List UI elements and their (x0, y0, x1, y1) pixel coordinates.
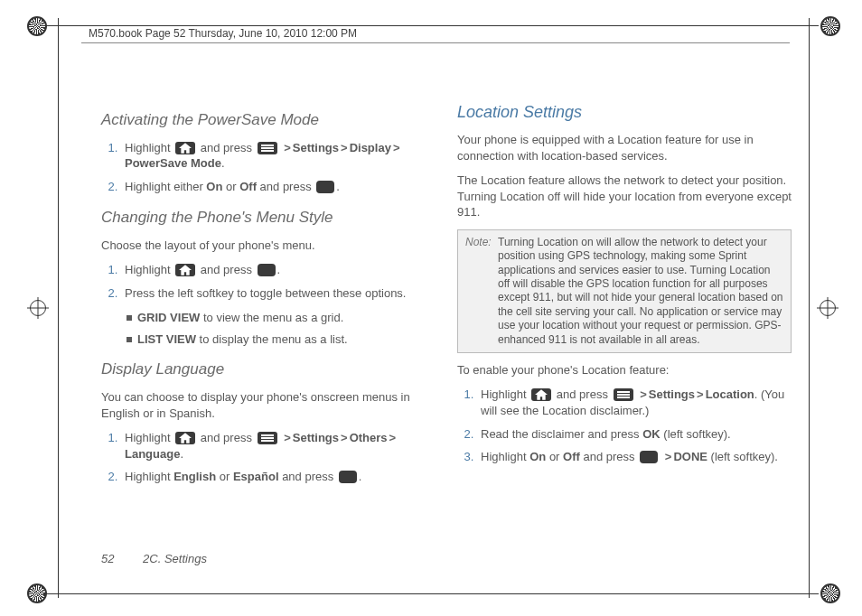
sub-bullet: GRID VIEW to view the menu as a grid. (126, 310, 436, 326)
heading-display-language: Display Language (101, 359, 436, 380)
list-powersave: Highlight and press >Settings>Display> P… (101, 140, 436, 195)
crop-mark (43, 593, 819, 594)
page-number: 52 (101, 552, 114, 565)
square-bullet-icon (126, 337, 132, 342)
body-text: You can choose to display your phone's o… (101, 389, 436, 421)
list-item: Highlight English or Español and press . (121, 469, 436, 485)
list-item: Press the left softkey to toggle between… (121, 285, 436, 302)
list-item: Highlight and press >Settings>Display> P… (121, 140, 436, 172)
registration-mark-icon (820, 16, 840, 36)
note-box: Note: Turning Location on will allow the… (457, 229, 792, 353)
page-footer: 52 2C. Settings (101, 552, 207, 565)
heading-menu-style: Changing the Phone's Menu Style (101, 208, 436, 229)
ok-key-icon (258, 264, 276, 276)
square-bullet-icon (126, 315, 132, 321)
ok-key-icon (339, 471, 357, 483)
list-location: Highlight and press >Settings>Location. … (457, 387, 792, 464)
menu-key-icon (258, 432, 277, 444)
body-text: The Location feature allows the network … (457, 173, 792, 220)
menu-key-icon (258, 142, 277, 154)
list-item: Read the disclaimer and press OK (left s… (477, 426, 792, 443)
heading-location-settings: Location Settings (457, 101, 792, 123)
ok-key-icon (640, 451, 658, 463)
home-icon (175, 142, 195, 154)
crosshair-icon (27, 297, 49, 319)
home-icon (531, 388, 551, 401)
list-menu-style: Highlight and press . Press the left sof… (101, 262, 436, 301)
document-page: M570.book Page 52 Thursday, June 10, 201… (0, 0, 862, 616)
body-columns: Activating the PowerSave Mode Highlight … (101, 98, 792, 535)
list-item: Highlight either On or Off and press . (121, 179, 436, 195)
note-body: Turning Location on will allow the netwo… (498, 236, 783, 347)
page-header: M570.book Page 52 Thursday, June 10, 201… (89, 27, 357, 40)
section-label: 2C. Settings (143, 552, 207, 565)
list-item: Highlight and press . (121, 262, 436, 278)
registration-mark-icon (27, 16, 47, 36)
list-item: Highlight and press >Settings>Others> La… (121, 430, 436, 462)
body-text: To enable your phone's Location feature: (457, 362, 792, 378)
menu-key-icon (614, 388, 633, 401)
sub-bullet: LIST VIEW to display the menu as a list. (126, 331, 436, 348)
crop-mark (43, 25, 819, 26)
note-label: Note: (465, 236, 498, 347)
list-item: Highlight On or Off and press >DONE (lef… (477, 449, 792, 465)
registration-mark-icon (820, 583, 840, 603)
body-text: Your phone is equipped with a Location f… (457, 132, 792, 163)
header-rule (81, 42, 790, 43)
home-icon (175, 264, 195, 276)
ok-key-icon (316, 181, 334, 193)
crop-mark (809, 18, 810, 598)
body-text: Choose the layout of your phone's menu. (101, 238, 436, 254)
crop-mark (58, 18, 59, 598)
crosshair-icon (817, 297, 839, 319)
list-item: Highlight and press >Settings>Location. … (477, 387, 792, 418)
heading-powersave: Activating the PowerSave Mode (101, 110, 436, 131)
home-icon (175, 432, 195, 444)
list-language: Highlight and press >Settings>Others> La… (101, 430, 436, 485)
